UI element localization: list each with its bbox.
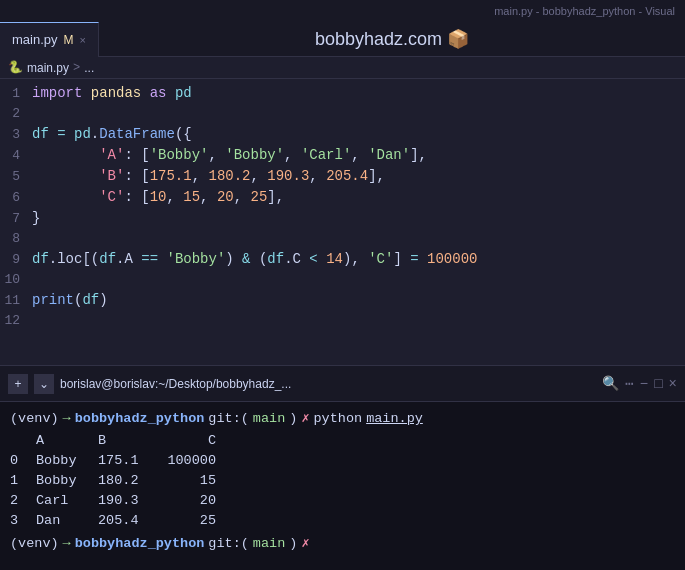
- table-row: 1 Bobby 180.2 15: [10, 471, 675, 491]
- line-number: 9: [0, 250, 32, 270]
- table-row: 0 Bobby 175.1 100000: [10, 451, 675, 471]
- code-line: 6 'C': [10, 15, 20, 25],: [0, 187, 685, 208]
- terminal-actions: 🔍 ⋯ − □ ×: [602, 375, 677, 392]
- row-1-c: 15: [150, 471, 220, 491]
- git-dirty-1: ✗: [301, 408, 309, 429]
- col-index-header: [10, 431, 36, 451]
- line-content: df = pd.DataFrame({: [32, 124, 192, 144]
- venv-label: (venv): [10, 408, 59, 429]
- line-content: 'A': ['Bobby', 'Bobby', 'Carl', 'Dan'],: [32, 145, 427, 165]
- prompt-dir-1: bobbyhadz_python: [75, 408, 205, 429]
- row-2-idx: 2: [10, 491, 36, 511]
- git-close-2: ): [289, 533, 297, 554]
- line-number: 8: [0, 229, 32, 249]
- git-dirty-2: ✗: [301, 533, 309, 554]
- terminal-body: (venv) → bobbyhadz_python git:(main) ✗ p…: [0, 402, 685, 570]
- row-0-a: Bobby: [36, 451, 98, 471]
- prompt-arrow-2: →: [63, 533, 71, 554]
- code-line: 8: [0, 229, 685, 249]
- git-label-2: git:(: [208, 533, 249, 554]
- code-line: 11print(df): [0, 290, 685, 311]
- line-content: import pandas as pd: [32, 83, 192, 103]
- code-line: 2: [0, 104, 685, 124]
- maximize-icon[interactable]: □: [654, 376, 662, 392]
- line-number: 10: [0, 270, 32, 290]
- tab-center: bobbyhadz.com 📦: [99, 28, 685, 50]
- python-cmd: python: [314, 408, 363, 429]
- script-file: main.py: [366, 408, 423, 429]
- line-number: 4: [0, 146, 32, 166]
- prompt-dir-2: bobbyhadz_python: [75, 533, 205, 554]
- close-icon[interactable]: ×: [669, 376, 677, 392]
- terminal-header: + ⌄ borislav@borislav:~/Desktop/bobbyhad…: [0, 366, 685, 402]
- col-c-header: C: [150, 431, 220, 451]
- search-icon[interactable]: 🔍: [602, 375, 619, 392]
- line-content: df.loc[(df.A == 'Bobby') & (df.C < 14), …: [32, 249, 477, 269]
- line-number: 11: [0, 291, 32, 311]
- tab-bar: main.py M × bobbyhadz.com 📦: [0, 22, 685, 57]
- row-1-a: Bobby: [36, 471, 98, 491]
- breadcrumb-file: main.py: [27, 61, 69, 75]
- breadcrumb: 🐍 main.py > ...: [0, 57, 685, 79]
- terminal-prompt-1: (venv) → bobbyhadz_python git:(main) ✗ p…: [10, 408, 675, 429]
- code-line: 4 'A': ['Bobby', 'Bobby', 'Carl', 'Dan']…: [0, 145, 685, 166]
- terminal-output-table: A B C 0 Bobby 175.1 100000 1 Bobby 180.2…: [10, 431, 675, 531]
- line-number: 6: [0, 188, 32, 208]
- code-line: 12: [0, 311, 685, 331]
- col-b-header: B: [98, 431, 150, 451]
- minimize-icon[interactable]: −: [640, 376, 648, 392]
- terminal-title: borislav@borislav:~/Desktop/bobbyhadz_..…: [60, 377, 596, 391]
- row-0-b: 175.1: [98, 451, 150, 471]
- site-title: bobbyhadz.com 📦: [315, 28, 469, 50]
- venv-label-2: (venv): [10, 533, 59, 554]
- table-row: 3 Dan 205.4 25: [10, 511, 675, 531]
- row-3-c: 25: [150, 511, 220, 531]
- table-header-row: A B C: [10, 431, 675, 451]
- tab-modified: M: [64, 33, 74, 47]
- terminal-panel: + ⌄ borislav@borislav:~/Desktop/bobbyhad…: [0, 365, 685, 570]
- line-number: 7: [0, 209, 32, 229]
- git-branch-1: main: [253, 408, 285, 429]
- col-a-header: A: [36, 431, 98, 451]
- row-0-c: 100000: [150, 451, 220, 471]
- prompt-arrow-1: →: [63, 408, 71, 429]
- file-icon: 🐍: [8, 60, 23, 75]
- tab-filename: main.py: [12, 32, 58, 47]
- table-row: 2 Carl 190.3 20: [10, 491, 675, 511]
- row-1-b: 180.2: [98, 471, 150, 491]
- row-3-a: Dan: [36, 511, 98, 531]
- terminal-add-button[interactable]: +: [8, 374, 28, 394]
- code-line: 10: [0, 270, 685, 290]
- row-1-idx: 1: [10, 471, 36, 491]
- line-content: print(df): [32, 290, 108, 310]
- code-line: 7}: [0, 208, 685, 229]
- breadcrumb-section: ...: [84, 61, 94, 75]
- line-number: 1: [0, 84, 32, 104]
- git-branch-2: main: [253, 533, 285, 554]
- row-3-b: 205.4: [98, 511, 150, 531]
- more-icon[interactable]: ⋯: [625, 375, 633, 392]
- code-line: 3df = pd.DataFrame({: [0, 124, 685, 145]
- line-number: 5: [0, 167, 32, 187]
- tab-close-button[interactable]: ×: [80, 34, 86, 46]
- terminal-prompt-2: (venv) → bobbyhadz_python git:(main) ✗: [10, 533, 675, 554]
- code-line: 5 'B': [175.1, 180.2, 190.3, 205.4],: [0, 166, 685, 187]
- line-content: }: [32, 208, 40, 228]
- terminal-chevron-button[interactable]: ⌄: [34, 374, 54, 394]
- row-2-b: 190.3: [98, 491, 150, 511]
- line-number: 3: [0, 125, 32, 145]
- line-content: 'C': [10, 15, 20, 25],: [32, 187, 284, 207]
- row-0-idx: 0: [10, 451, 36, 471]
- line-number: 2: [0, 104, 32, 124]
- code-line: 9df.loc[(df.A == 'Bobby') & (df.C < 14),…: [0, 249, 685, 270]
- main-tab[interactable]: main.py M ×: [0, 22, 99, 57]
- line-number: 12: [0, 311, 32, 331]
- row-3-idx: 3: [10, 511, 36, 531]
- row-2-a: Carl: [36, 491, 98, 511]
- line-content: 'B': [175.1, 180.2, 190.3, 205.4],: [32, 166, 385, 186]
- title-bar: main.py - bobbyhadz_python - Visual: [0, 0, 685, 22]
- breadcrumb-sep: >: [73, 61, 80, 75]
- code-line: 1import pandas as pd: [0, 83, 685, 104]
- title-bar-text: main.py - bobbyhadz_python - Visual: [494, 5, 675, 17]
- git-label-1: git:(: [208, 408, 249, 429]
